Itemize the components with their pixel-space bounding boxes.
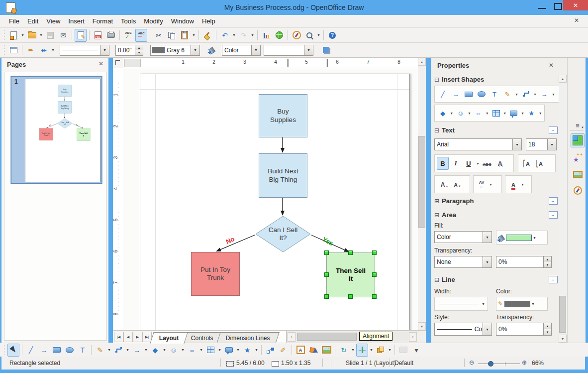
rotate-icon-dropdown[interactable] (350, 345, 356, 356)
hyperlink-icon[interactable] (273, 29, 285, 42)
insert-callout-icon-dropdown[interactable] (520, 108, 525, 119)
block-arrows-icon[interactable]: ⇔ (186, 344, 198, 357)
insert-arrow-icon[interactable]: → (450, 88, 462, 101)
branch-label-yes[interactable]: Yes (75, 124, 79, 127)
group-icon[interactable] (397, 344, 409, 357)
copy-icon[interactable] (166, 29, 178, 42)
save-icon[interactable] (44, 29, 56, 42)
drawing-page[interactable]: Buy SuppliesBuild Next Big ThingCan I Se… (140, 74, 410, 331)
line-icon[interactable]: ╱ (25, 344, 37, 357)
scroll-left-icon[interactable]: ‹ (288, 332, 295, 342)
close-button[interactable]: ✕ (563, 0, 588, 10)
autospellcheck-icon[interactable] (135, 29, 147, 42)
transparency-up-icon[interactable] (544, 256, 551, 262)
arrow-style-icon[interactable]: ↞ (38, 44, 50, 57)
flowchart-step-buy-supplies[interactable]: Buy Supplies (58, 85, 72, 97)
callout-icon[interactable] (223, 344, 235, 357)
bold-button[interactable]: B (437, 157, 449, 170)
open-icon[interactable] (26, 29, 38, 42)
line-width-spinner[interactable]: 0.00" (115, 45, 143, 56)
freeform-line-icon-dropdown[interactable] (106, 345, 112, 356)
insert-connector-icon[interactable] (520, 88, 532, 101)
line-style-select[interactable] (60, 45, 109, 56)
insert-basic-shapes-icon-dropdown[interactable] (449, 108, 454, 119)
line-color-select[interactable]: Gray 6 (150, 45, 200, 56)
connector-icon[interactable] (112, 344, 124, 357)
menu-tools[interactable]: Tools (117, 16, 140, 26)
scroll-up-icon[interactable]: ▴ (418, 58, 426, 66)
insert-freeform-icon[interactable]: ✎ (501, 88, 513, 101)
font-color-icon[interactable] (507, 178, 519, 191)
alignment-icon-dropdown[interactable] (369, 345, 374, 356)
selection-handle[interactable] (372, 294, 377, 299)
line-color-dropdown[interactable] (191, 45, 199, 55)
arrange-icon[interactable] (375, 344, 387, 357)
flowchart-step-buy-supplies[interactable]: Buy Supplies (259, 94, 307, 137)
scroll-right-icon[interactable]: › (409, 332, 417, 342)
fill-type-dropdown[interactable] (251, 45, 260, 55)
menu-insert[interactable]: Insert (64, 16, 89, 26)
area-fill-color-dropdown[interactable] (532, 232, 537, 243)
insert-block-arrow-icon-dropdown[interactable] (551, 89, 556, 100)
width-down-icon[interactable] (135, 50, 143, 55)
ellipse-icon[interactable] (64, 344, 76, 357)
sidebar-settings-icon[interactable] (571, 119, 585, 132)
insert-symbol-shapes-icon-dropdown[interactable] (467, 108, 472, 119)
spellcheck-icon[interactable] (122, 29, 134, 42)
format-paintbrush-icon[interactable] (201, 29, 213, 42)
rotate-icon[interactable]: ↻ (338, 344, 350, 357)
menu-file[interactable]: File (5, 16, 23, 26)
clipart-tab-icon[interactable] (571, 167, 585, 181)
branch-label-yes[interactable]: Yes (321, 236, 335, 248)
zoom-icon[interactable] (303, 29, 315, 42)
basic-shapes-icon[interactable]: ◆ (149, 344, 161, 357)
fill-color-select[interactable] (264, 45, 313, 56)
symbol-shapes-icon[interactable]: ☺ (168, 344, 180, 357)
properties-scrollbar[interactable]: ▴ ▾ (559, 75, 567, 343)
branch-label-no[interactable]: No (225, 235, 236, 246)
character-spacing-icon-dropdown[interactable] (488, 179, 493, 190)
select-icon[interactable] (7, 344, 19, 357)
fontwork-icon[interactable] (294, 344, 306, 357)
reduce-font-icon[interactable] (450, 178, 462, 191)
fill-color-dropdown[interactable] (304, 45, 313, 55)
freeform-line-icon[interactable]: ✎ (94, 344, 106, 357)
menu-view[interactable]: View (42, 16, 64, 26)
insert-callout-icon[interactable] (508, 107, 520, 120)
open-icon-dropdown[interactable] (38, 30, 44, 41)
selection-handle[interactable] (324, 272, 329, 277)
merge-shapes-icon[interactable] (307, 344, 319, 357)
section-text[interactable]: Text (434, 126, 455, 134)
line-transparency-down-icon[interactable] (544, 329, 551, 335)
character-shadow-button[interactable] (494, 157, 506, 170)
zoom-level[interactable]: 66% (532, 360, 544, 367)
horizontal-scrollbar-thumb[interactable] (297, 333, 357, 341)
toolbar-grip[interactable] (3, 45, 5, 55)
symbol-shapes-icon-dropdown[interactable] (180, 345, 186, 356)
paste-icon[interactable] (179, 29, 191, 42)
insert-rectangle-icon[interactable] (463, 88, 475, 101)
line-dialog-icon[interactable]: ✒ (25, 44, 37, 57)
tab-layout[interactable]: Layout (150, 332, 188, 344)
new-document-icon-dropdown[interactable] (20, 30, 25, 41)
undo-icon[interactable]: ↶ (219, 29, 231, 42)
transparency-type-dropdown[interactable] (483, 256, 491, 267)
insert-flowchart-icon-dropdown[interactable] (502, 108, 507, 119)
chart-icon[interactable] (260, 29, 272, 42)
zoom-icon-dropdown[interactable] (316, 30, 321, 41)
insert-stars-icon[interactable]: ★ (525, 107, 537, 120)
arrow-icon[interactable]: → (38, 344, 50, 357)
export-pdf-icon[interactable] (92, 29, 104, 42)
first-page-icon[interactable]: |◀ (114, 332, 123, 342)
undo-icon-dropdown[interactable] (231, 30, 237, 41)
insert-picture-icon[interactable] (320, 344, 332, 357)
insert-text-icon[interactable]: T (489, 88, 500, 101)
minimize-button[interactable] (538, 4, 546, 9)
stars-icon-dropdown[interactable] (254, 345, 259, 356)
navigator-tab-icon[interactable] (571, 183, 585, 197)
page-style[interactable]: Default (394, 360, 413, 367)
area-fill-type-select[interactable]: Color (434, 231, 492, 243)
line-color-button[interactable]: ✎ (496, 297, 548, 311)
insert-block-arrow-icon[interactable]: → (538, 88, 550, 101)
section-insert-shapes[interactable]: Insert Shapes (434, 76, 484, 83)
